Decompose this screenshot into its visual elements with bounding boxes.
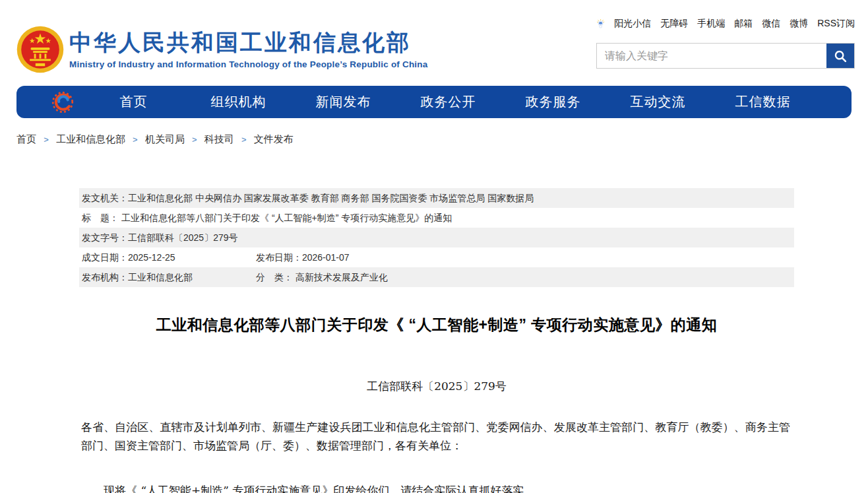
link-mailbox[interactable]: 邮箱 <box>734 18 753 30</box>
nav-interaction[interactable]: 互动交流 <box>605 93 710 111</box>
doc-info-row-dates: 成文日期：2025-12-25 发布日期：2026-01-07 <box>79 247 794 267</box>
article-content: 发文机关：工业和信息化部 中央网信办 国家发展改革委 教育部 商务部 国务院国资… <box>79 188 794 493</box>
doc-number: 工信部联科〔2025〕279号 <box>79 379 794 394</box>
field-label: 发文字号： <box>82 228 128 247</box>
search-button[interactable] <box>826 44 854 68</box>
utility-links: 阳光小信 无障碍 手机端 邮箱 微信 微博 RSS订阅 <box>596 16 855 32</box>
site-title: 中华人民共和国工业和信息化部 <box>69 29 427 55</box>
national-emblem-icon <box>16 26 64 73</box>
nav-gov-services[interactable]: 政务服务 <box>501 93 605 111</box>
crumb-miit[interactable]: 工业和信息化部 <box>56 133 125 145</box>
field-label: 发布机构： <box>82 267 128 287</box>
breadcrumb-separator: > <box>241 135 247 145</box>
field-value: 工业和信息化部等八部门关于印发《 “人工智能+制造” 专项行动实施意见》的通知 <box>121 213 452 223</box>
crumb-departments[interactable]: 机关司局 <box>145 133 185 145</box>
field-value: 工信部联科〔2025〕279号 <box>128 232 238 243</box>
link-accessibility[interactable]: 无障碍 <box>660 18 688 30</box>
doc-info-table: 发文机关：工业和信息化部 中央网信办 国家发展改革委 教育部 商务部 国务院国资… <box>79 188 794 287</box>
field-value: 高新技术发展及产业化 <box>295 272 388 282</box>
field-value: 2026-01-07 <box>302 252 350 263</box>
field-label: 发文机关： <box>82 188 128 208</box>
article-paragraph-body: 现将《 “人工智能+制造” 专项行动实施意见》印发给你们，请结合实际认真抓好落实… <box>81 481 790 493</box>
link-wechat[interactable]: 微信 <box>762 18 780 30</box>
link-weibo[interactable]: 微博 <box>790 18 808 30</box>
doc-info-row-issuing-agency: 发文机关：工业和信息化部 中央网信办 国家发展改革委 教育部 商务部 国务院国资… <box>79 188 794 208</box>
doc-info-row-doc-number: 发文字号：工信部联科〔2025〕279号 <box>79 228 794 247</box>
site-header: 中华人民共和国工业和信息化部 Ministry of Industry and … <box>0 0 868 82</box>
search-bar <box>596 43 855 69</box>
search-input[interactable] <box>597 44 826 68</box>
field-value: 2025-12-25 <box>128 252 175 263</box>
field-value: 工业和信息化部 <box>128 272 193 282</box>
miit-gear-icon <box>51 90 75 114</box>
field-label: 成文日期： <box>82 247 128 267</box>
header-right: 阳光小信 无障碍 手机端 邮箱 微信 微博 RSS订阅 <box>596 16 855 82</box>
site-logo[interactable]: 中华人民共和国工业和信息化部 Ministry of Industry and … <box>16 16 427 82</box>
breadcrumb: 首页 > 工业和信息化部 > 机关司局 > 科技司 > 文件发布 <box>16 133 868 146</box>
search-icon <box>833 49 848 63</box>
field-value: 工业和信息化部 中央网信办 国家发展改革委 教育部 商务部 国务院国资委 市场监… <box>128 193 534 203</box>
crumb-home[interactable]: 首页 <box>16 133 36 145</box>
nav-gov-disclosure[interactable]: 政务公开 <box>396 93 501 111</box>
nav-organization[interactable]: 组织机构 <box>186 93 291 111</box>
doc-info-row-publisher: 发布机构：工业和信息化部 分 类：高新技术发展及产业化 <box>79 267 794 287</box>
article-title: 工业和信息化部等八部门关于印发《 “人工智能+制造” 专项行动实施意见》的通知 <box>79 315 794 335</box>
field-label: 发布日期： <box>256 247 302 267</box>
crumb-document-release[interactable]: 文件发布 <box>254 133 294 145</box>
link-rss[interactable]: RSS订阅 <box>817 18 855 30</box>
crumb-science-dept[interactable]: 科技司 <box>204 133 234 145</box>
field-label: 分 类： <box>256 267 295 287</box>
robot-mascot-icon[interactable] <box>596 16 605 32</box>
breadcrumb-separator: > <box>192 135 197 145</box>
site-subtitle-en: Ministry of Industry and Information Tec… <box>69 59 427 69</box>
link-mobile[interactable]: 手机端 <box>697 18 725 30</box>
main-nav: 首页 组织机构 新闻发布 政务公开 政务服务 互动交流 工信数据 <box>16 86 852 118</box>
breadcrumb-separator: > <box>133 135 138 145</box>
field-label: 标 题： <box>82 208 121 228</box>
article-paragraph-addressees: 各省、自治区、直辖市及计划单列市、新疆生产建设兵团工业和信息化主管部门、党委网信… <box>81 418 790 455</box>
nav-home[interactable]: 首页 <box>81 93 186 111</box>
page: 中华人民共和国工业和信息化部 Ministry of Industry and … <box>0 0 868 493</box>
link-sunshine-assistant[interactable]: 阳光小信 <box>614 18 651 30</box>
breadcrumb-separator: > <box>44 135 49 145</box>
nav-miit-data[interactable]: 工信数据 <box>710 93 815 111</box>
nav-news[interactable]: 新闻发布 <box>291 93 396 111</box>
doc-info-row-title: 标 题：工业和信息化部等八部门关于印发《 “人工智能+制造” 专项行动实施意见》… <box>79 208 794 228</box>
